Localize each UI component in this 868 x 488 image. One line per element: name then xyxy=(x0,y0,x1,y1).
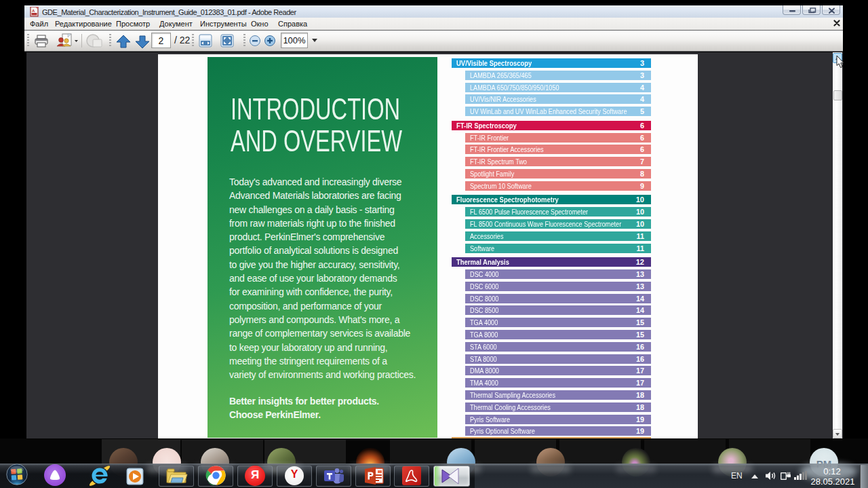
svg-text:A: A xyxy=(32,9,35,13)
